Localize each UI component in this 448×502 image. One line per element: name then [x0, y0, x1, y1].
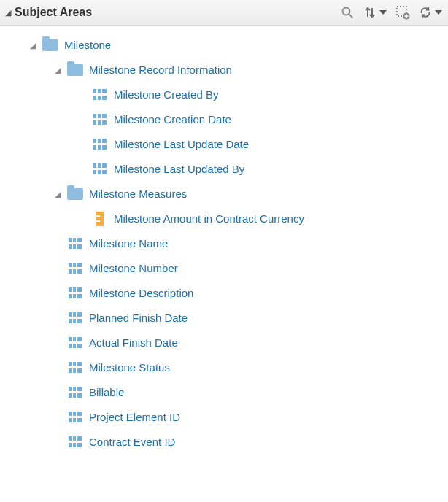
- tree-item-label: Milestone Record Information: [89, 58, 232, 82]
- search-icon[interactable]: [339, 4, 356, 21]
- subject-areas-panel: ◢ Subject Areas: [0, 0, 448, 462]
- attribute-icon: [92, 138, 108, 151]
- tree-item-label: Milestone Creation Date: [114, 107, 231, 132]
- attribute-icon: [92, 88, 108, 101]
- attribute-icon: [67, 386, 83, 399]
- tree-folder-record-info[interactable]: ◢ Milestone Record Information: [3, 58, 445, 82]
- svg-line-1: [349, 15, 353, 18]
- sort-button[interactable]: [363, 6, 387, 19]
- tree-attr-billable[interactable]: ◢ Billable: [3, 380, 445, 405]
- measure-icon: [92, 212, 108, 225]
- add-selection-icon[interactable]: [394, 4, 412, 21]
- tree-attr-number[interactable]: ◢ Milestone Number: [3, 256, 445, 281]
- tree-attr-contract-event-id[interactable]: ◢ Contract Event ID: [3, 430, 445, 455]
- attribute-icon: [67, 312, 83, 325]
- tree-item-label: Milestone Name: [89, 231, 168, 256]
- tree-attr-name[interactable]: ◢ Milestone Name: [3, 231, 445, 256]
- attribute-icon: [67, 262, 83, 275]
- folder-icon: [67, 188, 83, 201]
- tree-attr-planned-finish[interactable]: ◢ Planned Finish Date: [3, 306, 445, 331]
- tree-attr-creation-date[interactable]: ◢ Milestone Creation Date: [3, 107, 445, 132]
- attribute-icon: [92, 113, 108, 126]
- expand-toggle[interactable]: ◢: [53, 182, 63, 206]
- tree-item-label: Milestone Measures: [89, 182, 187, 206]
- tree-item-label: Milestone Last Updated By: [114, 157, 244, 182]
- folder-icon: [67, 63, 83, 77]
- tree-item-label: Billable: [89, 380, 124, 405]
- attribute-icon: [67, 361, 83, 374]
- tree-attr-project-element-id[interactable]: ◢ Project Element ID: [3, 405, 445, 430]
- attribute-icon: [67, 237, 83, 250]
- attribute-icon: [67, 436, 83, 449]
- tree-item-label: Actual Finish Date: [89, 331, 178, 355]
- tree-item-label: Milestone Description: [89, 281, 193, 306]
- tree-item-label: Milestone Last Update Date: [114, 132, 249, 157]
- refresh-button[interactable]: [419, 6, 442, 19]
- tree-attr-last-update-date[interactable]: ◢ Milestone Last Update Date: [3, 132, 445, 157]
- expand-toggle[interactable]: ◢: [28, 33, 38, 58]
- chevron-down-icon: [435, 10, 442, 15]
- tree-item-label: Milestone Number: [89, 256, 178, 281]
- tree-item-label: Milestone: [64, 33, 111, 58]
- tree-attr-created-by[interactable]: ◢ Milestone Created By: [3, 82, 445, 107]
- panel-title: Subject Areas: [15, 6, 92, 19]
- attribute-icon: [67, 411, 83, 424]
- subject-areas-tree: ◢ Milestone ◢ Milestone Record Informati…: [0, 26, 448, 462]
- tree-attr-last-updated-by[interactable]: ◢ Milestone Last Updated By: [3, 157, 445, 182]
- tree-item-label: Milestone Amount in Contract Currency: [114, 206, 304, 231]
- attribute-icon: [67, 287, 83, 300]
- tree-item-label: Contract Event ID: [89, 430, 175, 455]
- tree-attr-description[interactable]: ◢ Milestone Description: [3, 281, 445, 306]
- chevron-down-icon: [379, 10, 387, 15]
- panel-header: ◢ Subject Areas: [0, 0, 448, 26]
- folder-icon: [42, 39, 58, 52]
- tree-item-label: Planned Finish Date: [89, 306, 188, 331]
- tree-measure-amount[interactable]: ◢ Milestone Amount in Contract Currency: [3, 206, 445, 231]
- attribute-icon: [92, 163, 108, 176]
- expand-toggle[interactable]: ◢: [53, 58, 63, 82]
- tree-item-label: Project Element ID: [89, 405, 180, 430]
- tree-folder-milestone[interactable]: ◢ Milestone: [3, 33, 445, 58]
- tree-attr-actual-finish[interactable]: ◢ Actual Finish Date: [3, 331, 445, 355]
- tree-item-label: Milestone Status: [89, 355, 170, 380]
- tree-attr-status[interactable]: ◢ Milestone Status: [3, 355, 445, 380]
- attribute-icon: [67, 336, 83, 350]
- panel-collapse-toggle[interactable]: ◢: [3, 8, 13, 18]
- tree-item-label: Milestone Created By: [114, 82, 218, 107]
- tree-folder-measures[interactable]: ◢ Milestone Measures: [3, 182, 445, 206]
